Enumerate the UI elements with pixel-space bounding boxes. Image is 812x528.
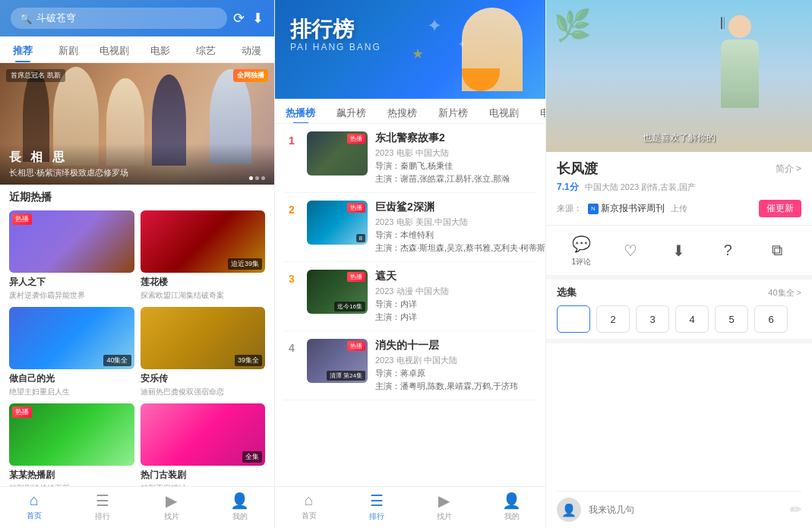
rank-label: 排行 [95, 511, 110, 522]
video-card-4[interactable]: 热播 某某热播剧 精彩剧情持续更新 [9, 403, 134, 486]
rank-num-3: 3 [284, 270, 299, 288]
action-bar: 💬 1评论 ♡ ⬇ ? ⧉ [546, 225, 812, 275]
bottom-nav-mine[interactable]: 👤 我的 [206, 492, 274, 522]
user-avatar: 👤 [557, 498, 581, 522]
rank-bottom-mine[interactable]: 👤 我的 [478, 492, 545, 522]
ep-btn-3[interactable]: 3 [636, 305, 669, 333]
rank-thumb-3: 热播 迄今16集 [307, 270, 368, 314]
card-desc-5: 精彩不容错过 [141, 483, 266, 486]
rank-item-3[interactable]: 3 热播 迄今16集 遮天 2023 动漫 中国大陆 导演：内详 主演：内详 [284, 262, 536, 331]
source-name: N 新京报书评周刊 [588, 202, 665, 215]
rank-item-4[interactable]: 4 热播 清潭 第24集 消失的十一层 2023 电视剧 中国大陆 导演：蒋卓原… [284, 331, 536, 400]
rank-tab-tv[interactable]: 电视剧 [479, 103, 529, 123]
edit-icon[interactable]: ✏ [790, 501, 801, 518]
thumb-4: 热播 [9, 403, 134, 466]
rank-rank-label: 排行 [369, 511, 384, 522]
rank-find-icon: ▶ [438, 492, 450, 510]
find-icon: ▶ [166, 492, 177, 510]
comment-icon: 💬 [570, 233, 592, 255]
thumb-5: 全集 [141, 403, 266, 466]
ep-btn-5[interactable]: 5 [715, 305, 748, 333]
drama-header: 长风渡 简介 > [557, 160, 801, 178]
home-bottom-nav: ⌂ 首页 ☰ 排行 ▶ 找片 👤 我的 [0, 486, 274, 528]
ep-btn-4[interactable]: 4 [675, 305, 709, 333]
banner-dots [249, 176, 265, 180]
ep-btn-6[interactable]: 6 [754, 305, 788, 333]
mine-icon: 👤 [230, 492, 249, 510]
download-icon[interactable]: ⬇ [252, 10, 264, 27]
rank-hot-badge-3: 热播 [347, 272, 365, 282]
ep-badge-5: 全集 [242, 451, 262, 463]
drama-rating-row: 7.1分 中国大陆 2023 剧情,古装,国产 [557, 181, 801, 194]
drama-intro-btn[interactable]: 简介 > [776, 163, 801, 175]
nav-tab-movie[interactable]: 电影 [137, 43, 183, 59]
video-card-1[interactable]: 迫近39集 莲花楼 探索欧盟江湖集结破奇案 [141, 210, 266, 301]
home-banner[interactable]: 首席总冠名 凯新 全网独播 長 相 思 长相思·杨紫演绎极致虐恋修罗场 [0, 63, 274, 185]
rank-director-3: 导演：内详 [375, 299, 536, 310]
action-share[interactable]: ⧉ [766, 240, 788, 261]
rank-tab-hot[interactable]: 热播榜 [275, 103, 326, 123]
video-card-5[interactable]: 全集 热门古装剧 精彩不容错过 [141, 403, 266, 486]
bottom-nav-home[interactable]: ⌂ 首页 [0, 492, 68, 522]
comment-input[interactable] [589, 498, 782, 522]
source-label: 来源： [557, 203, 582, 214]
video-card-2[interactable]: 40集全 做自己的光 绝望主妇重启人生 [9, 307, 134, 397]
action-like[interactable]: ♡ [620, 240, 641, 261]
refresh-icon[interactable]: ⟳ [233, 10, 245, 27]
share-icon: ⧉ [766, 240, 788, 261]
card-title-5: 热门古装剧 [141, 469, 266, 482]
drama-rating: 7.1分 [557, 181, 579, 194]
thumb-1: 迫近39集 [141, 210, 266, 273]
rank-title-2: 巨齿鲨2深渊 [375, 201, 545, 214]
rank-item-2[interactable]: 2 热播 8 巨齿鲨2深渊 2023 电影 美国,中国大陆 导演：本维特利 主演… [284, 193, 536, 262]
action-help[interactable]: ? [717, 240, 738, 261]
rank-director-4: 导演：蒋卓原 [375, 368, 536, 379]
rank-thumb-4: 热播 清潭 第24集 [307, 339, 368, 383]
rank-list: 1 热播 东北警察故事2 2023 电影 中国大陆 导演：秦鹏飞,杨秉佳 主演：… [275, 124, 545, 486]
ep-btn-2[interactable]: 2 [596, 305, 630, 333]
episode-header: 选集 40集全 > [557, 286, 801, 299]
thumb-0: 热播 [9, 210, 134, 273]
rank-director-2: 导演：本维特利 [375, 229, 545, 241]
nav-tab-tvdrama[interactable]: 电视剧 [91, 43, 137, 59]
card-title-4: 某某热播剧 [9, 469, 134, 482]
comment-section: 👤 ✏ [546, 343, 812, 528]
rank-hot-badge-4: 热播 [347, 341, 365, 351]
search-bar[interactable]: 🔍 斗破苍穹 [11, 8, 227, 29]
rank-tab-new[interactable]: 新片榜 [428, 103, 479, 123]
drama-info: 长风渡 简介 > 7.1分 中国大陆 2023 剧情,古装,国产 来源： N 新… [546, 152, 812, 225]
rank-item-1[interactable]: 1 热播 东北警察故事2 2023 电影 中国大陆 导演：秦鹏飞,杨秉佳 主演：… [284, 124, 536, 193]
rank-ep-badge-3: 迄今16集 [334, 302, 365, 311]
episode-title: 选集 [557, 286, 577, 299]
rank-bottom-rank[interactable]: ☰ 排行 [343, 492, 410, 522]
rank-bottom-home[interactable]: ⌂ 首页 [275, 492, 343, 522]
find-label: 找片 [164, 511, 179, 522]
rank-title-4: 消失的十一层 [375, 339, 536, 353]
card-desc-0: 废村逆袭你霸异能世界 [9, 290, 134, 301]
rank-bottom-find[interactable]: ▶ 找片 [410, 492, 478, 522]
video-card-3[interactable]: 39集全 安乐传 迪丽热巴龚俊双强宿命恋 [141, 307, 266, 397]
rank-ep-badge-4: 清潭 第24集 [327, 371, 365, 381]
card-desc-2: 绝望主妇重启人生 [9, 387, 134, 397]
action-download[interactable]: ⬇ [668, 240, 690, 261]
nav-tab-variety[interactable]: 综艺 [183, 43, 229, 59]
ep-btn-1[interactable] [557, 305, 590, 333]
rank-tab-rising[interactable]: 飙升榜 [326, 103, 377, 123]
update-btn[interactable]: 催更新 [759, 200, 801, 217]
bottom-nav-find[interactable]: ▶ 找片 [137, 492, 206, 522]
rank-tab-search[interactable]: 热搜榜 [377, 103, 428, 123]
rank-find-label: 找片 [437, 511, 452, 522]
player-area[interactable]: 🌿 𝄃 也是喜欢了解你的 [546, 0, 812, 152]
video-card-0[interactable]: 热播 异人之下 废村逆袭你霸异能世界 [9, 210, 134, 301]
episode-more[interactable]: 40集全 > [768, 287, 801, 299]
help-icon: ? [717, 240, 738, 261]
bottom-nav-rank[interactable]: ☰ 排行 [68, 492, 137, 522]
rank-tab-more[interactable]: 电... [529, 103, 545, 123]
nav-tab-recommend[interactable]: 推荐 [0, 43, 46, 59]
rank-banner-pinyin: PAI HANG BANG [290, 42, 381, 52]
dot-1 [249, 176, 253, 180]
thumb-2: 40集全 [9, 307, 134, 369]
nav-tab-anime[interactable]: 动漫 [229, 43, 274, 59]
nav-tab-newdrama[interactable]: 新剧 [46, 43, 91, 59]
action-comment[interactable]: 💬 1评论 [570, 233, 592, 267]
